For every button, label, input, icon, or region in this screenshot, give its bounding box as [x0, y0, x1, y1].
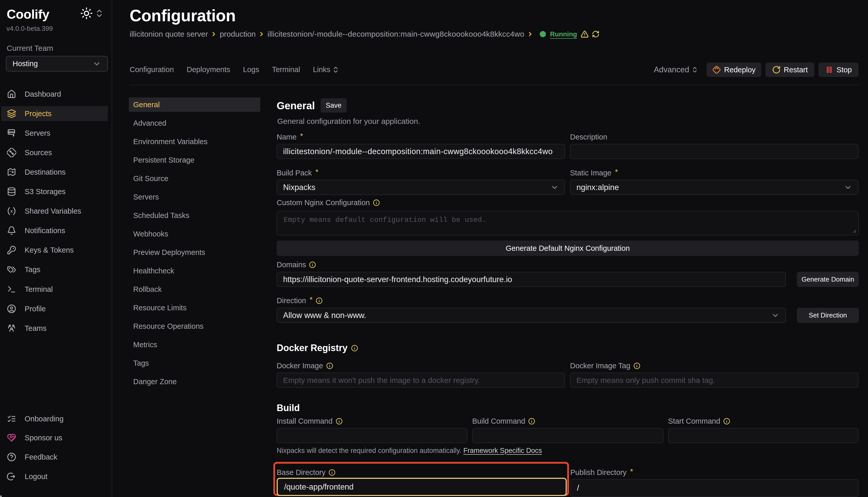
svg-text:x: x: [10, 208, 13, 214]
